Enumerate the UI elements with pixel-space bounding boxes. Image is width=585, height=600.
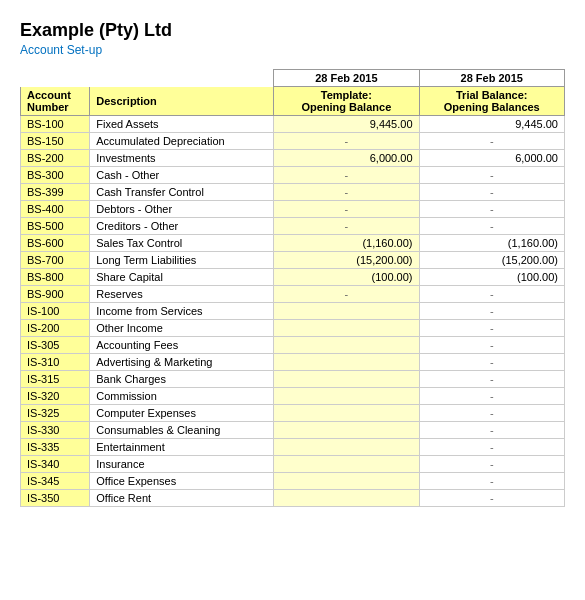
table-row: IS-350Office Rent- bbox=[21, 490, 565, 507]
template-value-cell bbox=[274, 473, 419, 490]
description-cell: Sales Tax Control bbox=[90, 235, 274, 252]
template-value-cell bbox=[274, 439, 419, 456]
template-value-cell: (100.00) bbox=[274, 269, 419, 286]
table-row: BS-100Fixed Assets9,445.009,445.00 bbox=[21, 116, 565, 133]
template-value-cell bbox=[274, 405, 419, 422]
template-value-cell: (15,200.00) bbox=[274, 252, 419, 269]
description-cell: Other Income bbox=[90, 320, 274, 337]
date-header-row: 28 Feb 2015 28 Feb 2015 bbox=[21, 70, 565, 87]
description-cell: Insurance bbox=[90, 456, 274, 473]
description-cell: Consumables & Cleaning bbox=[90, 422, 274, 439]
trial-value-cell: - bbox=[419, 422, 564, 439]
description-cell: Office Expenses bbox=[90, 473, 274, 490]
template-value-cell: - bbox=[274, 218, 419, 235]
account-number-cell: BS-100 bbox=[21, 116, 90, 133]
description-cell: Cash - Other bbox=[90, 167, 274, 184]
trial-value-cell: - bbox=[419, 354, 564, 371]
account-number-cell: BS-500 bbox=[21, 218, 90, 235]
description-cell: Creditors - Other bbox=[90, 218, 274, 235]
table-row: IS-315Bank Charges- bbox=[21, 371, 565, 388]
trial-value-cell: (15,200.00) bbox=[419, 252, 564, 269]
table-row: BS-800Share Capital(100.00)(100.00) bbox=[21, 269, 565, 286]
trial-date-header: 28 Feb 2015 bbox=[419, 70, 564, 87]
description-cell: Office Rent bbox=[90, 490, 274, 507]
template-label-header: Template: Opening Balance bbox=[274, 87, 419, 116]
table-row: BS-400Debtors - Other-- bbox=[21, 201, 565, 218]
trial-value-cell: - bbox=[419, 371, 564, 388]
table-row: IS-345Office Expenses- bbox=[21, 473, 565, 490]
account-number-header: Account Number bbox=[21, 87, 90, 116]
table-row: IS-335Entertainment- bbox=[21, 439, 565, 456]
subtitle: Account Set-up bbox=[20, 43, 565, 57]
company-name: Example (Pty) Ltd bbox=[20, 20, 565, 41]
template-value-cell: (1,160.00) bbox=[274, 235, 419, 252]
table-row: BS-500Creditors - Other-- bbox=[21, 218, 565, 235]
account-number-cell: BS-800 bbox=[21, 269, 90, 286]
trial-value-cell: - bbox=[419, 439, 564, 456]
template-value-cell: - bbox=[274, 184, 419, 201]
trial-value-cell: - bbox=[419, 167, 564, 184]
table-row: IS-200Other Income- bbox=[21, 320, 565, 337]
table-row: IS-310Advertising & Marketing- bbox=[21, 354, 565, 371]
trial-label-header: Trial Balance: Opening Balances bbox=[419, 87, 564, 116]
trial-value-cell: - bbox=[419, 388, 564, 405]
template-value-cell bbox=[274, 320, 419, 337]
empty-desc-header bbox=[90, 70, 274, 87]
trial-value-cell: - bbox=[419, 490, 564, 507]
trial-value-cell: - bbox=[419, 337, 564, 354]
table-row: BS-399Cash Transfer Control-- bbox=[21, 184, 565, 201]
template-value-cell bbox=[274, 490, 419, 507]
template-value-cell bbox=[274, 371, 419, 388]
description-cell: Long Term Liabilities bbox=[90, 252, 274, 269]
account-number-cell: IS-330 bbox=[21, 422, 90, 439]
trial-value-cell: (100.00) bbox=[419, 269, 564, 286]
account-number-cell: BS-200 bbox=[21, 150, 90, 167]
account-number-cell: IS-315 bbox=[21, 371, 90, 388]
table-row: IS-100Income from Services- bbox=[21, 303, 565, 320]
template-value-cell bbox=[274, 303, 419, 320]
empty-account-header bbox=[21, 70, 90, 87]
trial-value-cell: (1,160.00) bbox=[419, 235, 564, 252]
account-number-cell: IS-320 bbox=[21, 388, 90, 405]
template-value-cell bbox=[274, 388, 419, 405]
account-number-cell: BS-400 bbox=[21, 201, 90, 218]
template-date-header: 28 Feb 2015 bbox=[274, 70, 419, 87]
description-cell: Fixed Assets bbox=[90, 116, 274, 133]
description-cell: Cash Transfer Control bbox=[90, 184, 274, 201]
template-value-cell: - bbox=[274, 286, 419, 303]
label-header-row: Account Number Description Template: Ope… bbox=[21, 87, 565, 116]
template-value-cell bbox=[274, 337, 419, 354]
description-cell: Income from Services bbox=[90, 303, 274, 320]
table-row: IS-330Consumables & Cleaning- bbox=[21, 422, 565, 439]
description-cell: Advertising & Marketing bbox=[90, 354, 274, 371]
trial-value-cell: - bbox=[419, 218, 564, 235]
trial-value-cell: 9,445.00 bbox=[419, 116, 564, 133]
table-row: BS-150Accumulated Depreciation-- bbox=[21, 133, 565, 150]
description-cell: Investments bbox=[90, 150, 274, 167]
trial-value-cell: 6,000.00 bbox=[419, 150, 564, 167]
accounts-table: 28 Feb 2015 28 Feb 2015 Account Number D… bbox=[20, 69, 565, 507]
template-value-cell: 6,000.00 bbox=[274, 150, 419, 167]
description-cell: Share Capital bbox=[90, 269, 274, 286]
table-row: IS-320Commission- bbox=[21, 388, 565, 405]
account-number-cell: BS-600 bbox=[21, 235, 90, 252]
trial-value-cell: - bbox=[419, 286, 564, 303]
account-number-cell: IS-350 bbox=[21, 490, 90, 507]
account-number-cell: IS-310 bbox=[21, 354, 90, 371]
template-value-cell: - bbox=[274, 167, 419, 184]
account-number-cell: IS-335 bbox=[21, 439, 90, 456]
template-value-cell: 9,445.00 bbox=[274, 116, 419, 133]
account-number-cell: IS-200 bbox=[21, 320, 90, 337]
account-number-cell: IS-305 bbox=[21, 337, 90, 354]
table-row: IS-325Computer Expenses- bbox=[21, 405, 565, 422]
account-number-cell: IS-340 bbox=[21, 456, 90, 473]
description-cell: Computer Expenses bbox=[90, 405, 274, 422]
table-row: BS-900Reserves-- bbox=[21, 286, 565, 303]
table-row: IS-340Insurance- bbox=[21, 456, 565, 473]
trial-value-cell: - bbox=[419, 201, 564, 218]
trial-value-cell: - bbox=[419, 303, 564, 320]
account-number-cell: BS-150 bbox=[21, 133, 90, 150]
template-value-cell bbox=[274, 422, 419, 439]
account-number-cell: IS-345 bbox=[21, 473, 90, 490]
description-cell: Accumulated Depreciation bbox=[90, 133, 274, 150]
